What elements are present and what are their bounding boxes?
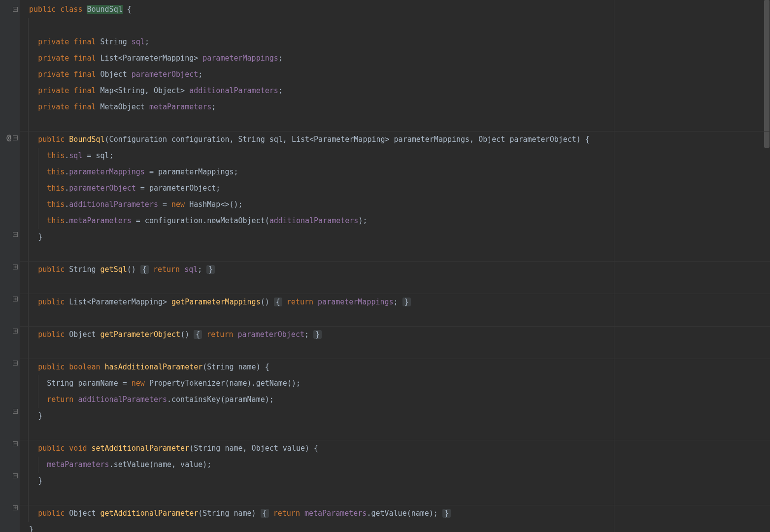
type: Object [69, 330, 96, 339]
gutter-row [0, 516, 20, 532]
code-line-empty[interactable] [20, 245, 770, 262]
folded-brace-close[interactable]: } [313, 330, 322, 339]
fold-collapse-icon[interactable] [13, 7, 18, 12]
code-line[interactable]: } [20, 408, 770, 424]
folded-brace-close[interactable]: } [442, 509, 451, 518]
folded-brace-close[interactable]: } [402, 298, 411, 306]
vcs-change-icon[interactable]: @ [6, 134, 11, 142]
folded-brace-open[interactable]: { [261, 509, 269, 518]
brace: } [38, 411, 42, 420]
params: () [180, 330, 189, 339]
semi: ; [394, 298, 398, 306]
indent-guide [28, 440, 29, 457]
code-line[interactable]: return additionalParameters.containsKey(… [20, 392, 770, 408]
dot: . [65, 151, 69, 160]
code-line-empty[interactable] [20, 115, 770, 132]
indent-guide [38, 375, 38, 392]
method-name: hasAdditionalParameter [105, 363, 203, 371]
indent-guide [28, 505, 29, 522]
fold-end-icon[interactable] [13, 473, 18, 478]
assign: = [158, 200, 171, 209]
fold-expand-icon[interactable] [13, 329, 18, 333]
code-line-empty[interactable] [20, 343, 770, 359]
field: metaParameters [149, 102, 211, 111]
semi: ; [278, 86, 283, 95]
dot: . [65, 184, 69, 193]
field: additionalParameters [189, 86, 278, 95]
code-line-empty[interactable] [20, 278, 770, 294]
indent-guide [28, 83, 29, 99]
folded-brace-open[interactable]: { [140, 265, 149, 274]
indent-guide [28, 262, 29, 278]
code-line[interactable]: private final Object parameterObject; [20, 66, 770, 83]
code-line[interactable]: private final List<ParameterMapping> par… [20, 50, 770, 66]
method-sig: (String name) [198, 509, 256, 518]
semi: ; [145, 37, 149, 46]
kw-final: final [73, 54, 96, 63]
fold-expand-icon[interactable] [13, 297, 18, 301]
code-line[interactable]: this.parameterMappings = parameterMappin… [20, 164, 770, 180]
kw-return: return [47, 395, 73, 404]
fold-expand-icon[interactable] [13, 505, 18, 510]
code-line-empty[interactable] [20, 424, 770, 440]
gutter-row [0, 468, 20, 484]
code-line[interactable]: private final Map<String, Object> additi… [20, 83, 770, 99]
code-line[interactable]: public List<ParameterMapping> getParamet… [20, 294, 770, 310]
call: .setValue(name, value); [109, 460, 212, 469]
kw-this: this [47, 216, 65, 225]
indent-guide [28, 229, 29, 245]
method-name: setAdditionalParameter [92, 444, 190, 453]
call: .getValue(name); [367, 509, 438, 518]
code-area[interactable]: public class BoundSql { private final St… [20, 0, 770, 532]
fold-collapse-icon[interactable] [13, 135, 18, 140]
folded-brace-open[interactable]: { [274, 298, 282, 306]
code-line[interactable]: public Object getParameterObject() { ret… [20, 327, 770, 343]
code-line[interactable]: this.metaParameters = configuration.newM… [20, 213, 770, 229]
field: sql [69, 151, 82, 160]
indent-guide [28, 245, 29, 262]
code-line[interactable]: } [20, 229, 770, 245]
kw-public: public [38, 363, 65, 371]
indent-guide [28, 213, 29, 229]
gutter-row [0, 339, 20, 355]
code-line-empty[interactable] [20, 18, 770, 34]
code-line[interactable]: String paramName = new PropertyTokenizer… [20, 375, 770, 392]
gutter-row [0, 227, 20, 243]
fold-collapse-icon[interactable] [13, 441, 18, 446]
code-line[interactable]: this.parameterObject = parameterObject; [20, 180, 770, 197]
kw-public: public [38, 444, 65, 453]
fold-end-icon[interactable] [13, 409, 18, 414]
method-name: getParameterObject [100, 330, 181, 339]
code-line[interactable]: private final String sql; [20, 34, 770, 50]
code-line-empty[interactable] [20, 310, 770, 327]
code-line[interactable]: public class BoundSql { [20, 1, 770, 18]
code-line[interactable]: public void setAdditionalParameter(Strin… [20, 440, 770, 457]
code-line[interactable]: private final MetaObject metaParameters; [20, 99, 770, 115]
code-line-empty[interactable] [20, 489, 770, 505]
indent-guide [28, 489, 29, 505]
code-line[interactable]: metaParameters.setValue(name, value); [20, 457, 770, 473]
kw-void: void [69, 444, 87, 453]
kw-return: return [206, 330, 233, 339]
code-line[interactable]: } [20, 522, 770, 532]
kw-this: this [47, 200, 65, 209]
type: MetaObject [100, 102, 145, 111]
code-line[interactable]: this.additionalParameters = new HashMap<… [20, 197, 770, 213]
indent-guide [28, 327, 29, 343]
code-line[interactable]: public BoundSql(Configuration configurat… [20, 132, 770, 148]
indent-guide [28, 115, 29, 132]
indent-guide [28, 310, 29, 327]
brace: } [29, 525, 33, 532]
code-line[interactable]: this.sql = sql; [20, 148, 770, 164]
indent-guide [28, 66, 29, 83]
code-line[interactable]: } [20, 473, 770, 489]
code-line[interactable]: public Object getAdditionalParameter(Str… [20, 505, 770, 522]
folded-brace-open[interactable]: { [194, 330, 202, 339]
fold-collapse-icon[interactable] [13, 361, 18, 366]
folded-brace-close[interactable]: } [206, 265, 215, 274]
fold-end-icon[interactable] [13, 232, 18, 237]
gutter-row [0, 452, 20, 468]
code-line[interactable]: public String getSql() { return sql; } [20, 262, 770, 278]
code-line[interactable]: public boolean hasAdditionalParameter(St… [20, 359, 770, 375]
fold-expand-icon[interactable] [13, 265, 18, 269]
